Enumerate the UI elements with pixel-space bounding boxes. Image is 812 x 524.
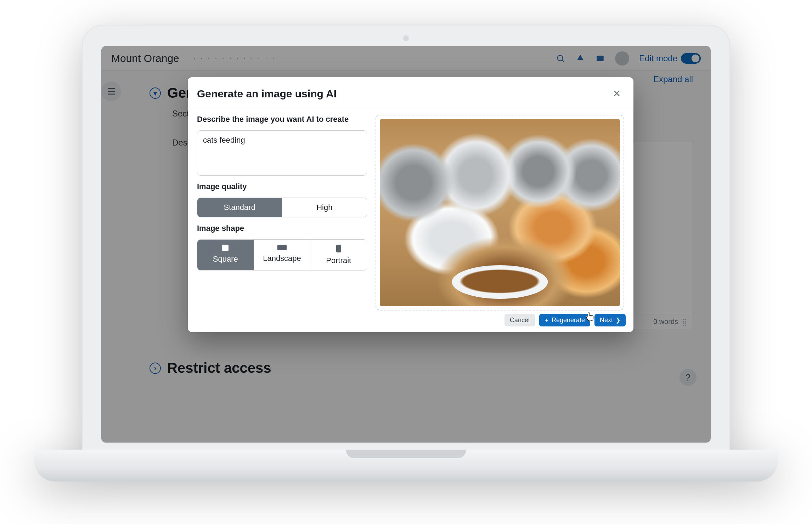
option-label: Standard bbox=[224, 203, 255, 212]
page: Mount Orange · · · · · · · · · · · · Edi… bbox=[101, 46, 711, 443]
chevron-right-icon: ❯ bbox=[616, 317, 620, 324]
regenerate-button[interactable]: ✦ Regenerate bbox=[539, 314, 590, 326]
modal-body: Describe the image you want AI to create… bbox=[188, 108, 633, 311]
portrait-icon bbox=[336, 245, 341, 252]
laptop-frame: Mount Orange · · · · · · · · · · · · Edi… bbox=[34, 25, 778, 499]
close-icon: ✕ bbox=[613, 88, 621, 99]
option-label: Landscape bbox=[263, 254, 301, 263]
next-button[interactable]: Next ❯ bbox=[594, 314, 626, 326]
button-label: Regenerate bbox=[552, 317, 585, 324]
cancel-button[interactable]: Cancel bbox=[504, 314, 535, 326]
option-label: Square bbox=[213, 255, 238, 264]
laptop-base bbox=[34, 450, 778, 482]
shape-label: Image shape bbox=[197, 224, 367, 233]
sparkle-icon: ✦ bbox=[545, 318, 549, 323]
shape-group: Square Landscape Portrait bbox=[197, 239, 367, 270]
modal-footer: Cancel ✦ Regenerate Next ❯ bbox=[188, 311, 633, 332]
quality-group: Standard High bbox=[197, 198, 367, 217]
quality-option-standard[interactable]: Standard bbox=[197, 198, 282, 217]
modal-title: Generate an image using AI bbox=[197, 88, 337, 100]
shape-option-square[interactable]: Square bbox=[197, 240, 254, 270]
landscape-icon bbox=[277, 245, 287, 250]
prompt-label: Describe the image you want AI to create bbox=[197, 115, 367, 124]
prompt-input[interactable] bbox=[197, 130, 367, 176]
quality-option-high[interactable]: High bbox=[282, 198, 367, 217]
option-label: High bbox=[316, 203, 332, 212]
shape-option-portrait[interactable]: Portrait bbox=[310, 240, 367, 270]
ai-image-modal: Generate an image using AI ✕ Describe th… bbox=[188, 77, 633, 332]
modal-form: Describe the image you want AI to create… bbox=[197, 115, 367, 311]
screen: Mount Orange · · · · · · · · · · · · Edi… bbox=[101, 46, 711, 443]
button-label: Next bbox=[600, 317, 613, 324]
quality-label: Image quality bbox=[197, 182, 367, 191]
button-label: Cancel bbox=[510, 317, 530, 324]
image-preview-pane bbox=[376, 115, 624, 311]
option-label: Portrait bbox=[326, 256, 351, 265]
image-detail bbox=[452, 265, 548, 299]
square-icon bbox=[222, 245, 229, 251]
generated-image-preview[interactable] bbox=[380, 119, 620, 306]
camera-dot bbox=[403, 35, 409, 41]
modal-header: Generate an image using AI ✕ bbox=[188, 77, 633, 108]
shape-option-landscape[interactable]: Landscape bbox=[254, 240, 310, 270]
close-button[interactable]: ✕ bbox=[609, 86, 624, 102]
